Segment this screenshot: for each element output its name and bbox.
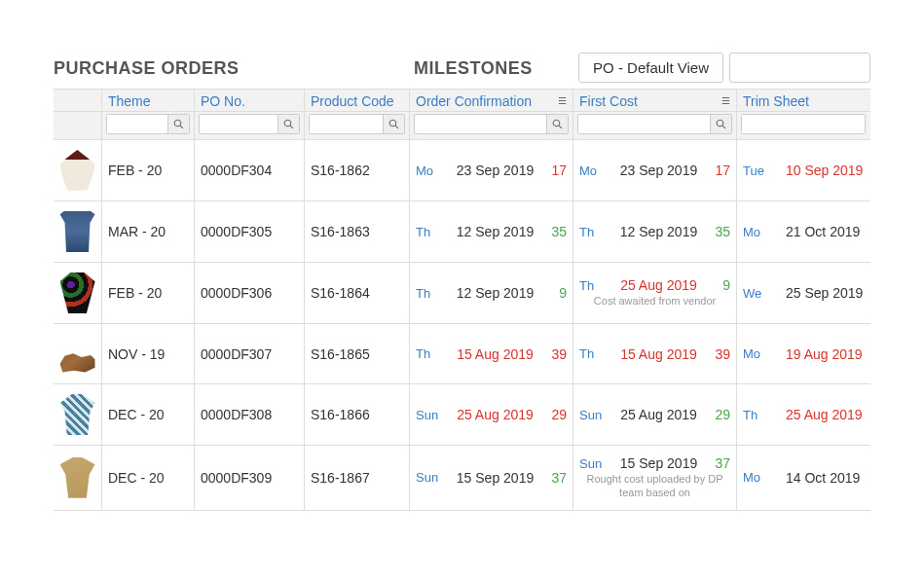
table-row[interactable]: FEB - 20 0000DF304 S16-1862 Mo 23 Sep 20… bbox=[54, 140, 870, 201]
first-count: 29 bbox=[707, 407, 730, 422]
filter-po-input[interactable] bbox=[200, 115, 277, 133]
order-date: 23 Sep 2019 bbox=[447, 163, 543, 178]
cell-trim-sheet: Tue 10 Sep 2019 bbox=[737, 140, 869, 200]
filter-product-search-button[interactable] bbox=[383, 115, 404, 133]
first-day: Th bbox=[579, 278, 610, 293]
list-icon: ☰ bbox=[721, 96, 730, 106]
product-thumbnail[interactable] bbox=[60, 272, 95, 313]
column-header-po[interactable]: PO No. bbox=[195, 90, 305, 111]
column-header-order-confirmation[interactable]: Order Confirmation☰ bbox=[410, 90, 573, 111]
first-date: 15 Sep 2019 bbox=[610, 455, 707, 471]
cell-product: S16-1864 bbox=[305, 263, 410, 323]
cell-order-confirmation: Mo 23 Sep 2019 17 bbox=[410, 140, 573, 200]
cell-trim-sheet: Th 25 Aug 2019 bbox=[737, 384, 869, 445]
cell-trim-sheet: We 25 Sep 2019 bbox=[737, 263, 869, 323]
filter-order-input[interactable] bbox=[415, 115, 546, 133]
product-thumbnail[interactable] bbox=[60, 394, 95, 435]
first-date: 15 Aug 2019 bbox=[610, 346, 707, 362]
cell-first-cost: Mo 23 Sep 2019 17 bbox=[573, 140, 737, 200]
cell-first-cost: Sun 15 Sep 2019 37 Rought cost uploaded … bbox=[573, 446, 737, 510]
first-count: 37 bbox=[707, 455, 730, 471]
cell-first-cost: Th 12 Sep 2019 35 bbox=[573, 201, 737, 262]
cell-product: S16-1866 bbox=[305, 384, 410, 445]
filter-first-input[interactable] bbox=[578, 115, 710, 133]
trim-date: 19 Aug 2019 bbox=[774, 346, 864, 362]
table-row[interactable]: DEC - 20 0000DF308 S16-1866 Sun 25 Aug 2… bbox=[54, 384, 870, 446]
column-header-first-cost[interactable]: First Cost☰ bbox=[573, 90, 737, 111]
product-thumbnail[interactable] bbox=[60, 150, 95, 191]
first-day: Sun bbox=[579, 408, 610, 422]
filter-trim-input[interactable] bbox=[742, 115, 865, 133]
first-date: 25 Aug 2019 bbox=[610, 277, 707, 293]
order-day: Th bbox=[416, 225, 447, 239]
cell-order-confirmation: Th 15 Aug 2019 39 bbox=[410, 324, 573, 383]
trim-date: 25 Sep 2019 bbox=[774, 285, 864, 301]
cell-first-cost: Th 25 Aug 2019 9 Cost awaited from vendo… bbox=[573, 263, 737, 323]
search-icon bbox=[173, 119, 184, 129]
order-date: 25 Aug 2019 bbox=[447, 407, 543, 422]
product-thumbnail[interactable] bbox=[60, 211, 95, 252]
trim-day: We bbox=[743, 286, 774, 301]
cell-theme: FEB - 20 bbox=[102, 140, 195, 200]
product-thumbnail[interactable] bbox=[60, 344, 95, 373]
order-count: 35 bbox=[543, 224, 567, 239]
first-day: Th bbox=[579, 225, 610, 239]
search-icon bbox=[388, 119, 399, 129]
cell-po: 0000DF304 bbox=[195, 140, 305, 200]
cell-product: S16-1862 bbox=[305, 140, 410, 200]
view-selector[interactable]: PO - Default View bbox=[578, 53, 723, 83]
filter-theme-search-button[interactable] bbox=[167, 115, 189, 133]
cell-theme: NOV - 19 bbox=[102, 324, 195, 383]
first-count: 17 bbox=[707, 163, 730, 178]
column-header-product[interactable]: Product Code bbox=[305, 90, 410, 111]
first-count: 39 bbox=[707, 346, 730, 362]
first-count: 35 bbox=[707, 224, 730, 239]
column-header-theme[interactable]: Theme bbox=[102, 90, 195, 111]
trim-date: 14 Oct 2019 bbox=[774, 470, 864, 486]
filter-order-search-button[interactable] bbox=[546, 115, 568, 133]
filter-product-input[interactable] bbox=[310, 115, 383, 133]
cell-first-cost: Sun 25 Aug 2019 29 bbox=[573, 384, 737, 445]
filter-po-search-button[interactable] bbox=[277, 115, 299, 133]
trim-date: 21 Oct 2019 bbox=[774, 224, 864, 239]
order-day: Th bbox=[416, 286, 447, 301]
trim-day: Tue bbox=[743, 163, 774, 178]
order-day: Mo bbox=[416, 163, 447, 178]
filter-thumbnail bbox=[54, 112, 102, 139]
search-icon bbox=[552, 119, 563, 129]
trim-day: Mo bbox=[743, 346, 774, 361]
search-icon bbox=[716, 119, 726, 129]
cell-product: S16-1865 bbox=[305, 324, 410, 383]
cell-po: 0000DF305 bbox=[195, 201, 305, 262]
table-row[interactable]: FEB - 20 0000DF306 S16-1864 Th 12 Sep 20… bbox=[54, 263, 870, 324]
trim-day: Mo bbox=[743, 470, 774, 485]
cell-po: 0000DF308 bbox=[195, 384, 305, 445]
trim-day: Mo bbox=[743, 225, 774, 239]
cell-order-confirmation: Th 12 Sep 2019 9 bbox=[410, 263, 573, 323]
filter-theme-input[interactable] bbox=[107, 115, 167, 133]
order-count: 17 bbox=[543, 163, 567, 178]
cell-product: S16-1867 bbox=[305, 446, 410, 510]
cell-po: 0000DF306 bbox=[195, 263, 305, 323]
view-options-button[interactable] bbox=[729, 53, 870, 83]
first-day: Th bbox=[579, 346, 610, 361]
order-date: 15 Sep 2019 bbox=[447, 470, 543, 486]
column-header-trim-sheet[interactable]: Trim Sheet bbox=[737, 90, 869, 111]
cell-theme: FEB - 20 bbox=[102, 263, 195, 323]
order-day: Sun bbox=[416, 470, 447, 485]
page-title-purchase-orders: PURCHASE ORDERS bbox=[54, 58, 414, 79]
cell-po: 0000DF309 bbox=[195, 446, 305, 510]
product-thumbnail[interactable] bbox=[60, 457, 95, 498]
filter-first-search-button[interactable] bbox=[710, 115, 731, 133]
first-count: 9 bbox=[707, 277, 730, 293]
first-day: Mo bbox=[579, 163, 610, 178]
table-row[interactable]: MAR - 20 0000DF305 S16-1863 Th 12 Sep 20… bbox=[54, 201, 870, 263]
order-date: 12 Sep 2019 bbox=[447, 224, 543, 239]
first-date: 12 Sep 2019 bbox=[610, 224, 707, 239]
table-row[interactable]: NOV - 19 0000DF307 S16-1865 Th 15 Aug 20… bbox=[54, 324, 870, 384]
trim-date: 10 Sep 2019 bbox=[774, 163, 864, 178]
first-date: 25 Aug 2019 bbox=[610, 407, 707, 422]
table-row[interactable]: DEC - 20 0000DF309 S16-1867 Sun 15 Sep 2… bbox=[54, 446, 870, 511]
cell-trim-sheet: Mo 19 Aug 2019 bbox=[737, 324, 869, 383]
cell-first-cost: Th 15 Aug 2019 39 bbox=[573, 324, 737, 383]
